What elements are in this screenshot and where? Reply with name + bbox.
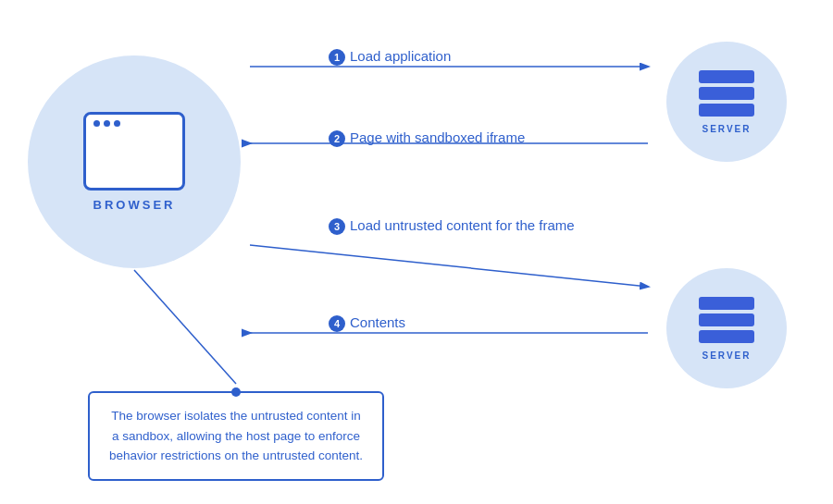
step-4-text: Contents xyxy=(350,314,405,330)
step-3-text: Load untrusted content for the frame xyxy=(350,217,575,233)
server-icon-2 xyxy=(699,297,754,343)
info-box-text: The browser isolates the untrusted conte… xyxy=(109,409,363,462)
info-box: The browser isolates the untrusted conte… xyxy=(88,391,384,481)
server-bar xyxy=(699,104,754,117)
server-bar xyxy=(699,297,754,310)
step-3-num: 3 xyxy=(329,218,345,235)
browser-dots xyxy=(86,115,182,130)
browser-dot xyxy=(114,120,120,127)
server-bar xyxy=(699,330,754,343)
server-icon-1 xyxy=(699,70,754,117)
browser-dot xyxy=(93,120,100,127)
step-1-text: Load application xyxy=(350,48,451,64)
server-circle-1: SERVER xyxy=(666,42,787,162)
server-bar xyxy=(699,87,754,100)
browser-circle: BROWSER xyxy=(28,55,241,268)
svg-line-4 xyxy=(134,270,236,384)
diagram-container: BROWSER SERVER SERVER xyxy=(0,0,833,504)
server-circle-2: SERVER xyxy=(666,268,787,388)
step-4: 4Contents xyxy=(329,314,405,332)
step-1-num: 1 xyxy=(329,49,345,66)
browser-label: BROWSER xyxy=(93,198,176,212)
step-3: 3Load untrusted content for the frame xyxy=(329,217,575,235)
step-2: 2Page with sandboxed iframe xyxy=(329,129,525,147)
step-2-text: Page with sandboxed iframe xyxy=(350,129,525,145)
step-4-num: 4 xyxy=(329,315,345,332)
connector-dot xyxy=(231,387,241,397)
step-1: 1Load application xyxy=(329,48,451,66)
server-label-2: SERVER xyxy=(702,350,752,361)
browser-icon xyxy=(83,112,185,191)
browser-dot xyxy=(104,120,110,127)
step-2-num: 2 xyxy=(329,130,345,147)
server-label-1: SERVER xyxy=(702,124,752,134)
server-bar xyxy=(699,313,754,326)
server-bar xyxy=(699,70,754,83)
svg-line-2 xyxy=(250,245,648,287)
